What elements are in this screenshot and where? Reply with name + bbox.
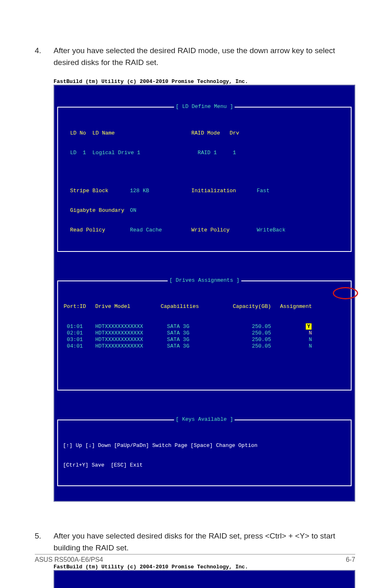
assignment-cell: N (309, 343, 312, 349)
ld-no-label: LD No (70, 130, 86, 136)
step-5-num: 5. (35, 530, 54, 554)
write-policy-label: Write Policy (191, 227, 230, 233)
gigabyte-boundary-label: Gigabyte Boundary (70, 207, 124, 213)
highlight-circle-icon (333, 287, 358, 299)
drives-assignments-title: [ Drives Assignments ] (168, 277, 241, 284)
step-4-num: 4. (35, 45, 54, 68)
port-cell: 02:01 (67, 330, 83, 336)
port-cell: 01:01 (67, 323, 83, 330)
page-footer: ASUS RS500A-E6/PS4 6-7 (35, 554, 355, 563)
gb-cell: 250.05 (252, 343, 271, 349)
terminal-screenshot-2: FastBuild (tm) Utility (c) 2004-2010 Pro… (54, 563, 355, 588)
write-policy-value: WriteBack (257, 227, 285, 233)
col-port: Port:ID (64, 303, 86, 310)
model-cell: HDTXXXXXXXXXXXX (95, 343, 143, 349)
ld-define-menu-section: [ LD Define Menu ] LD No LD Name RAID Mo… (57, 107, 352, 251)
ld-row-num: LD 1 (70, 150, 86, 156)
raid-mode-label: RAID Mode (191, 130, 220, 136)
gigabyte-boundary-value: ON (130, 207, 137, 213)
ld-row-name: Logical Drive 1 (92, 150, 140, 156)
model-cell: HDTXXXXXXXXXXXX (95, 337, 143, 343)
model-cell: HDTXXXXXXXXXXXX (95, 323, 143, 330)
read-policy-value: Read Cache (130, 227, 162, 233)
model-cell: HDTXXXXXXXXXXXX (95, 330, 143, 336)
drive-row: 02:01HDTXXXXXXXXXXXX SATA 3G250.05N (61, 330, 348, 337)
terminal-screenshot-1: FastBuild (tm) Utility (c) 2004-2010 Pro… (54, 77, 355, 502)
gb-cell: 250.05 (252, 323, 271, 330)
port-cell: 03:01 (67, 337, 83, 343)
assignment-cell: N (309, 330, 312, 336)
drive-row: 04:01HDTXXXXXXXXXXXX SATA 3G250.05N (61, 343, 348, 350)
keys-available-title: [ Keys Available ] (174, 416, 235, 423)
cap-cell: SATA 3G (167, 337, 190, 343)
ld-name-label: LD Name (92, 130, 115, 136)
drive-row: 01:01HDTXXXXXXXXXXXX SATA 3G250.05Y (61, 323, 348, 330)
footer-right: 6-7 (346, 556, 355, 563)
fastbuild-title-2: FastBuild (tm) Utility (c) 2004-2010 Pro… (54, 564, 248, 570)
port-cell: 04:01 (67, 343, 83, 349)
assignment-cell: Y (305, 323, 312, 330)
initialization-label: Initialization (191, 188, 236, 194)
keys-line-1: [↑] Up [↓] Down [PaUp/PaDn] Switch Page … (61, 442, 348, 449)
col-model: Drive Model (95, 303, 130, 310)
initialization-value: Fast (257, 188, 269, 194)
stripe-block-value: 128 KB (130, 188, 149, 194)
col-capabilities: Capabilities (161, 303, 199, 310)
assignment-cell: N (309, 337, 312, 343)
drive-row: 03:01HDTXXXXXXXXXXXX SATA 3G250.05N (61, 337, 348, 343)
drv-value: 1 (233, 150, 236, 156)
step-4-text: After you have selected the desired RAID… (54, 45, 355, 68)
col-capacity: Capacity(GB) (233, 303, 271, 310)
drv-label: Drv (230, 130, 239, 136)
step-4: 4. After you have selected the desired R… (35, 45, 355, 68)
step-5: 5. After you have selected desired disks… (35, 530, 355, 554)
gb-cell: 250.05 (252, 330, 271, 336)
raid-mode-value: RAID 1 (198, 150, 217, 156)
footer-left: ASUS RS500A-E6/PS4 (35, 556, 103, 563)
ld-define-menu-title: [ LD Define Menu ] (174, 103, 235, 110)
gb-cell: 250.05 (252, 337, 271, 343)
cap-cell: SATA 3G (167, 343, 190, 349)
step-5-text: After you have selected desired disks fo… (54, 530, 355, 554)
cap-cell: SATA 3G (167, 323, 190, 330)
cap-cell: SATA 3G (167, 330, 190, 336)
stripe-block-label: Stripe Block (70, 188, 108, 194)
keys-available-section: [ Keys Available ] [↑] Up [↓] Down [PaUp… (57, 420, 352, 486)
read-policy-label: Read Policy (70, 227, 105, 233)
fastbuild-title-1: FastBuild (tm) Utility (c) 2004-2010 Pro… (54, 79, 248, 85)
drives-assignments-section: [ Drives Assignments ] Port:ID Drive Mod… (57, 281, 352, 391)
col-assignment: Assignment (280, 303, 312, 310)
keys-line-2: [Ctrl+Y] Save [ESC] Exit (61, 462, 348, 469)
